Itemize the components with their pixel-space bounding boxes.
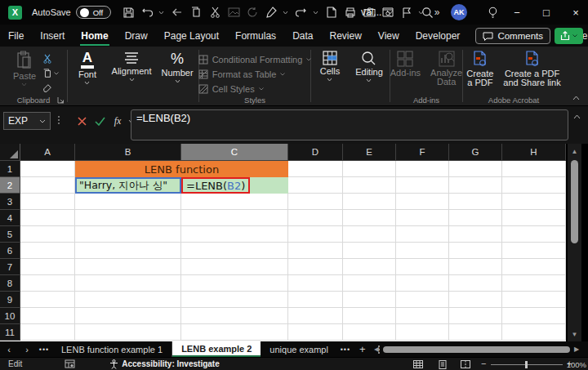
row-header-9[interactable]: 9 xyxy=(0,292,20,308)
grid-cell-A1[interactable] xyxy=(20,161,75,177)
grid-cell-B4[interactable] xyxy=(75,210,181,226)
alignment-menu-button[interactable]: Alignment xyxy=(107,49,157,105)
grid-cell-H5[interactable] xyxy=(502,226,566,243)
tab-data[interactable]: Data xyxy=(284,25,321,47)
grid-cell-D3[interactable] xyxy=(288,194,343,210)
grid-cell-G11[interactable] xyxy=(449,324,502,341)
tab-overflow-icon[interactable]: ••• xyxy=(337,345,354,354)
grid-cell-F6[interactable] xyxy=(396,243,449,259)
new-document-icon[interactable] xyxy=(323,2,341,22)
grid-cell-D2[interactable] xyxy=(288,177,343,194)
column-header-B[interactable]: B xyxy=(75,144,181,161)
row-header-6[interactable]: 6 xyxy=(0,243,20,259)
grid-cell-D6[interactable] xyxy=(288,243,343,259)
vertical-scrollbar-thumb[interactable] xyxy=(571,160,578,243)
copy-icon[interactable] xyxy=(187,2,206,22)
grid-cell-A9[interactable] xyxy=(20,292,75,308)
row-header-3[interactable]: 3 xyxy=(0,194,20,210)
grid-cell-H9[interactable] xyxy=(502,292,566,308)
select-all-corner[interactable] xyxy=(0,144,20,161)
grid-cell-F1[interactable] xyxy=(396,161,449,177)
tab-developer[interactable]: Developer xyxy=(408,25,469,47)
touch-pen-icon[interactable] xyxy=(262,2,281,22)
grid-cell-E3[interactable] xyxy=(343,194,396,210)
column-header-H[interactable]: H xyxy=(502,144,566,161)
format-as-table-button[interactable]: Format as Table xyxy=(198,68,312,81)
grid-cell-C6[interactable] xyxy=(181,243,288,259)
grid-cell-D7[interactable] xyxy=(288,259,343,275)
grid-cell-H4[interactable] xyxy=(502,210,566,226)
autosave-control[interactable]: AutoSave Off xyxy=(32,6,111,19)
grid-cell-G10[interactable] xyxy=(449,308,502,324)
grid-cell-B11[interactable] xyxy=(75,324,181,341)
grid-cell-G9[interactable] xyxy=(449,292,502,308)
vertical-scrollbar[interactable]: ▲ ▼ xyxy=(568,144,581,341)
sheet-tab-1[interactable]: LENB function example 1 xyxy=(52,341,172,357)
column-header-C[interactable]: C xyxy=(181,144,288,161)
grid-cell-F11[interactable] xyxy=(396,324,449,341)
scroll-up-icon[interactable]: ▲ xyxy=(568,145,581,157)
grid-cell-G4[interactable] xyxy=(449,210,502,226)
grid-cell-F5[interactable] xyxy=(396,226,449,243)
grid-cell-H3[interactable] xyxy=(502,194,566,210)
grid-cell-G6[interactable] xyxy=(449,243,502,259)
grid-cell-H2[interactable] xyxy=(502,177,566,194)
row-header-4[interactable]: 4 xyxy=(0,210,20,226)
row-header-10[interactable]: 10 xyxy=(0,308,20,324)
name-box[interactable]: EXP xyxy=(3,112,51,130)
cut-button[interactable] xyxy=(42,52,59,65)
zoom-level[interactable]: 100% xyxy=(567,360,586,369)
grid-cell-G7[interactable] xyxy=(449,259,502,275)
grid-cell-C3[interactable] xyxy=(181,194,288,210)
grid-cell-H1[interactable] xyxy=(502,161,566,177)
grid-cell-G1[interactable] xyxy=(449,161,502,177)
editing-menu-button[interactable]: Editing xyxy=(350,49,388,105)
page-break-view-icon[interactable] xyxy=(460,359,471,369)
grid-cell-E7[interactable] xyxy=(343,259,396,275)
document-title[interactable]: val... xyxy=(361,0,394,25)
tab-page-layout[interactable]: Page Layout xyxy=(156,25,227,47)
grid-cell-B10[interactable] xyxy=(75,308,181,324)
grid-cell-A3[interactable] xyxy=(20,194,75,210)
grid-cell-C7[interactable] xyxy=(181,259,288,275)
grid-cell-G2[interactable] xyxy=(449,177,502,194)
grid-cell-B6[interactable] xyxy=(75,243,181,259)
row-header-7[interactable]: 7 xyxy=(0,259,20,275)
sheet-next-icon[interactable]: › xyxy=(18,345,36,354)
grid-cell-D5[interactable] xyxy=(288,226,343,243)
grid-cell-E2[interactable] xyxy=(343,177,396,194)
tab-insert[interactable]: Insert xyxy=(32,25,73,47)
grid-cell-G3[interactable] xyxy=(449,194,502,210)
formula-bar-collapse-icon[interactable] xyxy=(573,114,581,119)
horizontal-scrollbar[interactable]: ◀ ▶ xyxy=(372,341,581,357)
comments-button[interactable]: Comments xyxy=(475,28,550,44)
tab-home[interactable]: Home xyxy=(73,25,116,47)
print-icon[interactable] xyxy=(341,2,360,22)
grid-cell-A11[interactable] xyxy=(20,324,75,341)
row-header-2[interactable]: 2 xyxy=(0,177,20,194)
cancel-icon[interactable] xyxy=(74,114,90,128)
autosave-toggle[interactable]: Off xyxy=(76,6,111,19)
format-painter-button[interactable] xyxy=(42,82,59,94)
redo-icon[interactable] xyxy=(292,2,311,22)
flag-icon[interactable] xyxy=(398,2,416,22)
grid-cell-A7[interactable] xyxy=(20,259,75,275)
clipboard-dialog-launcher-icon[interactable] xyxy=(57,96,65,104)
sheet-tab-3[interactable]: unique exampl xyxy=(261,341,337,357)
sheet-list-icon[interactable]: ••• xyxy=(36,345,52,354)
cell-styles-button[interactable]: Cell Styles xyxy=(198,82,312,96)
zoom-slider-thumb[interactable] xyxy=(525,361,528,368)
undo-dropdown-icon[interactable] xyxy=(157,2,168,22)
cells-menu-button[interactable]: Cells xyxy=(315,49,345,105)
enter-check-icon[interactable] xyxy=(91,114,108,128)
grid-cell-C5[interactable] xyxy=(181,226,288,243)
scroll-right-icon[interactable]: ▶ xyxy=(572,345,581,353)
cell-b1-c1-merged[interactable]: LENB function xyxy=(75,161,288,177)
row-header-11[interactable]: 11 xyxy=(0,324,20,341)
conditional-formatting-button[interactable]: Conditional Formatting xyxy=(198,53,312,66)
tab-draw[interactable]: Draw xyxy=(117,25,156,47)
redo-dropdown-icon[interactable] xyxy=(311,2,323,22)
maximize-button[interactable]: □ xyxy=(534,0,559,25)
row-header-5[interactable]: 5 xyxy=(0,226,20,243)
grid-cell-G8[interactable] xyxy=(449,275,502,292)
